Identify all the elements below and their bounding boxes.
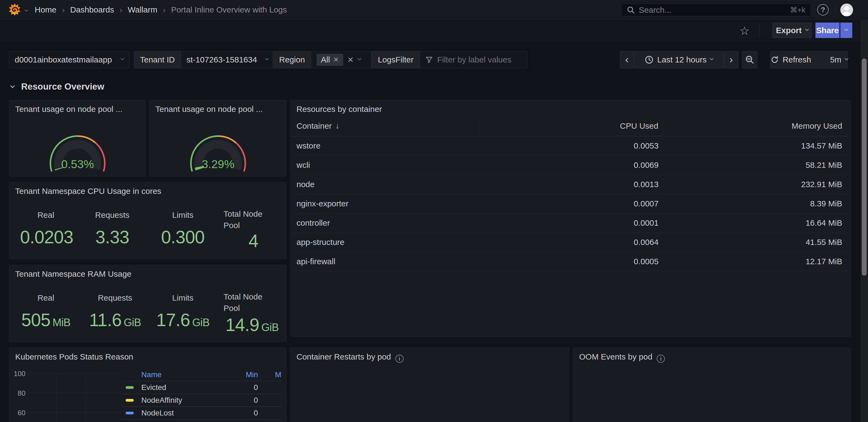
stat-total-node-pool: 14.9GiB: [218, 314, 286, 335]
series-swatch: [126, 386, 134, 389]
app-variable-dropdown[interactable]: d0001ainboxatestmailaapp: [9, 51, 129, 68]
clear-selection-icon[interactable]: ✕: [347, 55, 354, 64]
time-range-picker[interactable]: Last 12 hours: [634, 51, 724, 68]
stat-limits: Limits 17.6GiB: [150, 293, 215, 330]
search-icon: [627, 6, 635, 14]
share-label: Share: [816, 26, 839, 35]
region-variable: Region All ✕ ✕: [273, 51, 372, 68]
legend-row[interactable]: Evicted 0: [122, 381, 282, 394]
column-header-memory[interactable]: Memory Used: [663, 121, 850, 131]
scrollbar-thumb[interactable]: [862, 58, 867, 276]
logs-filter-input[interactable]: [437, 55, 519, 64]
zoom-out-icon: [745, 55, 754, 64]
panel-oom-events[interactable]: OOM Events by podi: [573, 347, 850, 422]
panel-title[interactable]: Tenant Namespace CPU Usage in cores: [15, 187, 161, 196]
panel-title[interactable]: Tenant Namespace RAM Usage: [15, 270, 131, 279]
stat-real: Real 505MiB: [14, 293, 77, 330]
breadcrumb-separator: ›: [119, 5, 122, 15]
table-row[interactable]: wcli0.006958.21 MiB: [290, 156, 850, 175]
breadcrumb-folder[interactable]: Wallarm: [128, 5, 157, 15]
refresh-label: Refresh: [782, 55, 811, 64]
panel-gauge-node-pool-1[interactable]: Tenant usage on node pool ... 0.53%: [9, 100, 146, 176]
panel-title[interactable]: OOM Events by podi: [579, 352, 665, 363]
panel-title[interactable]: Tenant usage on node pool ...: [155, 105, 262, 114]
breadcrumb: Home › Dashboards › Wallarm › Portal Inl…: [35, 0, 287, 20]
section-title: Resource Overview: [21, 82, 104, 92]
region-dropdown[interactable]: All ✕ ✕: [311, 51, 372, 68]
panel-title[interactable]: Tenant usage on node pool ...: [15, 105, 122, 114]
share-menu-caret-button[interactable]: [840, 23, 852, 38]
global-search-box[interactable]: ⌘+k: [621, 3, 811, 16]
chevron-down-icon: [710, 56, 714, 60]
region-label: Region: [273, 51, 311, 68]
column-header-cpu[interactable]: CPU Used: [479, 116, 663, 136]
time-shift-back-button[interactable]: ‹: [620, 51, 634, 68]
search-input[interactable]: [639, 5, 786, 15]
table-row[interactable]: node0.0013232.91 MiB: [290, 175, 850, 194]
column-header-container[interactable]: Container↓: [290, 116, 479, 136]
favorite-star-icon[interactable]: ☆: [739, 24, 750, 37]
filter-funnel-icon: [425, 56, 433, 63]
search-shortcut-hint: ⌘+k: [790, 6, 805, 15]
panel-pods-status-reason[interactable]: Kubernetes Pods Status Reason 100 80 60 …: [9, 347, 286, 422]
legend-header-name[interactable]: Name: [122, 370, 236, 379]
help-icon[interactable]: ?: [817, 4, 829, 16]
legend-header-min[interactable]: Min: [236, 370, 258, 379]
share-button[interactable]: Share: [815, 23, 839, 38]
time-zoom-out-button[interactable]: [742, 51, 757, 68]
panel-resources-by-container[interactable]: Resources by container Container↓ CPU Us…: [290, 100, 850, 337]
panel-ram-usage[interactable]: Tenant Namespace RAM Usage Real 505MiB R…: [9, 265, 286, 342]
logs-filter-variable: LogsFilter: [372, 51, 528, 68]
org-switcher-chevron-icon[interactable]: [25, 8, 28, 13]
table-row[interactable]: app-structure0.006441.55 MiB: [290, 233, 850, 252]
gauge-chart: 0.53%: [9, 115, 146, 177]
stat-total-node-pool-label: Total Node Pool: [223, 291, 270, 314]
table-row[interactable]: api-firewall0.000512.17 MiB: [290, 252, 850, 271]
chip-remove-icon[interactable]: ✕: [333, 56, 339, 63]
refresh-button[interactable]: Refresh: [765, 51, 817, 68]
legend-row[interactable]: NodeAffinity 0: [122, 394, 282, 407]
table-row[interactable]: wstore0.0053134.57 MiB: [290, 136, 850, 156]
stat-requests: Requests 3.33: [85, 210, 140, 247]
panel-title[interactable]: Kubernetes Pods Status Reason: [15, 352, 133, 361]
breadcrumb-dashboards[interactable]: Dashboards: [70, 5, 114, 15]
chevron-down-icon: [358, 56, 361, 60]
panel-title[interactable]: Resources by container: [297, 105, 382, 114]
info-icon[interactable]: i: [657, 355, 665, 363]
logs-filter-field[interactable]: [420, 51, 528, 68]
region-chip-all[interactable]: All ✕: [316, 54, 343, 66]
tenant-id-dropdown[interactable]: st-107263-1581634: [181, 51, 274, 68]
y-axis-tick: 60: [10, 409, 26, 417]
panel-container-restarts[interactable]: Container Restarts by podi: [290, 347, 569, 422]
refresh-interval-dropdown[interactable]: 5m: [825, 51, 854, 68]
y-axis-tick: 100: [10, 370, 26, 378]
gauge-fill: [59, 168, 59, 169]
user-avatar[interactable]: [840, 3, 853, 16]
time-range-label: Last 12 hours: [657, 55, 707, 64]
chevron-down-icon: [265, 56, 269, 60]
table-row[interactable]: controller0.000116.64 MiB: [290, 214, 850, 233]
resources-table: Container↓ CPU Used Memory Used wstore0.…: [290, 116, 850, 271]
time-shift-forward-button[interactable]: ›: [724, 51, 738, 68]
panel-title[interactable]: Container Restarts by podi: [297, 352, 404, 363]
legend-header-max[interactable]: M: [258, 370, 282, 379]
section-resource-overview[interactable]: Resource Overview: [11, 82, 104, 92]
breadcrumb-home[interactable]: Home: [35, 5, 56, 15]
panel-gauge-node-pool-2[interactable]: Tenant usage on node pool ... 3.29%: [149, 100, 286, 176]
info-icon[interactable]: i: [396, 355, 404, 363]
table-row[interactable]: nginx-exporter0.00078.39 MiB: [290, 194, 850, 214]
app-variable-value: d0001ainboxatestmailaapp: [14, 55, 112, 64]
chevron-down-icon: [845, 56, 848, 60]
gauge-fill: [199, 167, 200, 169]
stat-total-node-pool: 4: [226, 230, 280, 251]
gauge-value: 3.29%: [202, 158, 235, 171]
chevron-down-icon: [805, 27, 809, 31]
sort-desc-icon: ↓: [336, 122, 339, 130]
legend-row[interactable]: NodeLost 0: [122, 407, 282, 420]
help-glyph: ?: [821, 6, 825, 14]
nav-divider: [835, 5, 835, 15]
export-button[interactable]: Export: [773, 23, 812, 38]
series-swatch: [126, 399, 134, 402]
panel-cpu-usage[interactable]: Tenant Namespace CPU Usage in cores Real…: [9, 182, 286, 259]
grafana-logo-icon[interactable]: [8, 3, 21, 16]
